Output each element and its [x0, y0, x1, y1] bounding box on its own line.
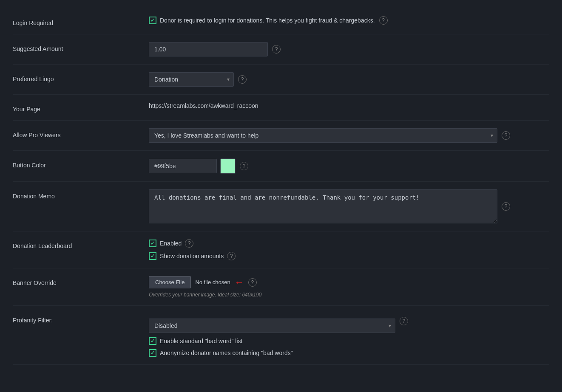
banner-override-label: Banner Override	[13, 276, 149, 286]
suggested-amount-control: ?	[149, 42, 549, 56]
login-required-description: Donor is required to login for donations…	[160, 17, 375, 24]
banner-hint-text: Overrides your banner image. Ideal size:…	[149, 292, 261, 298]
preferred-lingo-control: Donation Tip Contribution ▾ ?	[149, 72, 549, 87]
your-page-row: Your Page https://streamlabs.com/awkward…	[13, 95, 549, 121]
donation-memo-help-icon[interactable]: ?	[502, 202, 510, 211]
suggested-amount-help-icon[interactable]: ?	[272, 45, 281, 54]
donation-leaderboard-label: Donation Leaderboard	[13, 239, 149, 249]
leaderboard-show-amounts-wrap: Show donation amounts ?	[149, 252, 236, 260]
anonymize-label: Anonymize donator names containing "bad …	[160, 350, 293, 356]
suggested-amount-label: Suggested Amount	[13, 42, 149, 52]
allow-pro-viewers-label: Allow Pro Viewers	[13, 128, 149, 138]
anonymize-wrap: Anonymize donator names containing "bad …	[149, 349, 395, 357]
banner-col: Choose File No file chosen ← ? Overrides…	[149, 276, 261, 298]
standard-bad-word-checkbox[interactable]	[149, 337, 156, 345]
leaderboard-show-amounts-help-icon[interactable]: ?	[227, 252, 236, 260]
donation-leaderboard-row: Donation Leaderboard Enabled ? Show dona…	[13, 231, 549, 268]
button-color-label: Button Color	[13, 158, 149, 169]
login-required-help-icon[interactable]: ?	[379, 16, 388, 25]
allow-pro-viewers-row: Allow Pro Viewers Yes, I love Streamlabs…	[13, 121, 549, 151]
donation-memo-row: Donation Memo ?	[13, 182, 549, 231]
suggested-amount-row: Suggested Amount ?	[13, 34, 549, 65]
standard-bad-word-label: Enable standard "bad word" list	[160, 338, 242, 344]
preferred-lingo-row: Preferred Lingo Donation Tip Contributio…	[13, 65, 549, 95]
allow-pro-viewers-control: Yes, I love Streamlabs and want to help …	[149, 128, 549, 143]
leaderboard-checks: Enabled ? Show donation amounts ?	[149, 239, 236, 260]
leaderboard-enabled-help-icon[interactable]: ?	[185, 239, 193, 248]
arrow-indicator-icon: ←	[235, 277, 244, 288]
anonymize-checkbox[interactable]	[149, 349, 156, 357]
file-input-wrap: Choose File No file chosen ← ?	[149, 276, 261, 288]
your-page-control: https://streamlabs.com/awkward_raccoon	[149, 102, 549, 109]
profanity-filter-row: Profanity Filter: Disabled Enabled ▾ Ena…	[13, 306, 549, 365]
leaderboard-enabled-wrap: Enabled ?	[149, 239, 236, 248]
login-required-row: Login Required Donor is required to logi…	[13, 8, 549, 34]
donation-memo-textarea[interactable]	[149, 189, 497, 223]
no-file-text: No file chosen	[195, 279, 230, 285]
banner-override-row: Banner Override Choose File No file chos…	[13, 268, 549, 306]
allow-pro-viewers-help-icon[interactable]: ?	[502, 131, 510, 140]
donation-memo-control: ?	[149, 189, 549, 223]
button-color-help-icon[interactable]: ?	[240, 162, 248, 170]
donation-memo-label: Donation Memo	[13, 189, 149, 200]
allow-pro-viewers-select[interactable]: Yes, I love Streamlabs and want to help …	[149, 128, 497, 143]
leaderboard-enabled-label: Enabled	[160, 240, 182, 247]
login-required-checkbox-wrap: Donor is required to login for donations…	[149, 17, 375, 24]
donation-leaderboard-control: Enabled ? Show donation amounts ?	[149, 239, 549, 260]
color-hex-input[interactable]	[149, 159, 217, 173]
your-page-label: Your Page	[13, 102, 149, 113]
your-page-url: https://streamlabs.com/awkward_raccoon	[149, 102, 258, 109]
login-required-control: Donor is required to login for donations…	[149, 16, 549, 25]
login-required-checkbox[interactable]	[149, 17, 156, 24]
preferred-lingo-label: Preferred Lingo	[13, 72, 149, 82]
color-input-wrap	[149, 158, 236, 174]
profanity-filter-content: Disabled Enabled ▾ Enable standard "bad …	[149, 319, 395, 357]
color-swatch[interactable]	[220, 158, 236, 174]
profanity-filter-help-icon[interactable]: ?	[400, 317, 408, 325]
suggested-amount-input[interactable]	[149, 42, 268, 56]
leaderboard-enabled-checkbox[interactable]	[149, 240, 156, 247]
profanity-filter-control: Disabled Enabled ▾ Enable standard "bad …	[149, 313, 549, 357]
preferred-lingo-help-icon[interactable]: ?	[238, 75, 247, 84]
profanity-filter-select[interactable]: Disabled Enabled	[149, 319, 395, 333]
settings-form: Login Required Donor is required to logi…	[13, 8, 549, 365]
login-required-label: Login Required	[13, 16, 149, 26]
leaderboard-show-amounts-label: Show donation amounts	[160, 253, 224, 259]
button-color-row: Button Color ?	[13, 151, 549, 182]
leaderboard-show-amounts-checkbox[interactable]	[149, 252, 156, 260]
preferred-lingo-select[interactable]: Donation Tip Contribution	[149, 72, 234, 87]
allow-pro-viewers-select-wrap: Yes, I love Streamlabs and want to help …	[149, 128, 497, 143]
preferred-lingo-select-wrap: Donation Tip Contribution ▾	[149, 72, 234, 87]
standard-bad-word-wrap: Enable standard "bad word" list	[149, 337, 395, 345]
profanity-filter-label: Profanity Filter:	[13, 313, 149, 324]
profanity-select-wrap: Disabled Enabled ▾	[149, 319, 395, 333]
banner-override-control: Choose File No file chosen ← ? Overrides…	[149, 276, 549, 298]
banner-override-help-icon[interactable]: ?	[248, 278, 257, 287]
choose-file-button[interactable]: Choose File	[149, 276, 191, 288]
button-color-control: ?	[149, 158, 549, 174]
